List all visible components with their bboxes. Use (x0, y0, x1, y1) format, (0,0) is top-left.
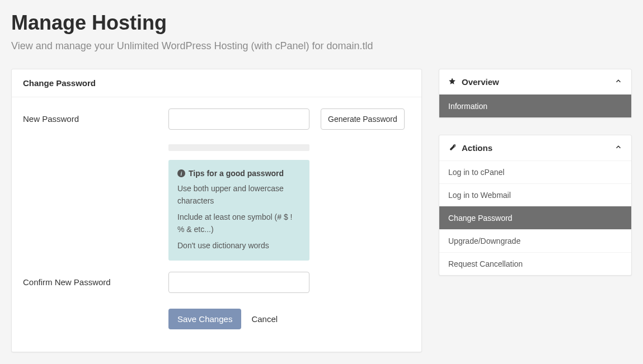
tip-line: Include at least one symbol (# $ ! % & e… (177, 211, 301, 236)
page-subtitle: View and manage your Unlimited WordPress… (11, 40, 632, 52)
star-icon (448, 77, 456, 87)
generate-password-button[interactable]: Generate Password (321, 108, 405, 130)
sidebar-item-request-cancellation[interactable]: Request Cancellation (439, 252, 631, 275)
sidebar-item-change-password[interactable]: Change Password (439, 206, 631, 229)
overview-title: Overview (462, 77, 499, 87)
cancel-button[interactable]: Cancel (251, 314, 278, 324)
sidebar-item-upgrade[interactable]: Upgrade/Downgrade (439, 229, 631, 252)
tip-line: Use both upper and lowercase characters (177, 182, 301, 207)
new-password-label: New Password (23, 108, 157, 124)
sidebar-item-information[interactable]: Information (439, 94, 631, 117)
new-password-input[interactable] (168, 108, 309, 130)
info-icon: i (177, 169, 185, 177)
wrench-icon (448, 143, 456, 153)
confirm-password-label: Confirm New Password (23, 272, 157, 287)
actions-panel: Actions Log in to cPanel Log in to Webma… (439, 135, 632, 276)
confirm-password-input[interactable] (168, 272, 309, 293)
password-strength-meter (168, 144, 309, 151)
chevron-up-icon (614, 143, 622, 153)
actions-header[interactable]: Actions (439, 135, 631, 160)
password-tips-box: i Tips for a good password Use both uppe… (168, 160, 309, 261)
sidebar-item-cpanel[interactable]: Log in to cPanel (439, 160, 631, 183)
overview-panel: Overview Information (439, 69, 632, 118)
overview-header[interactable]: Overview (439, 69, 631, 94)
sidebar-item-webmail[interactable]: Log in to Webmail (439, 183, 631, 206)
tip-line: Don't use dictionary words (177, 239, 301, 252)
change-password-panel: Change Password New Password Generate Pa… (11, 69, 422, 352)
actions-title: Actions (462, 143, 492, 153)
chevron-up-icon (614, 77, 622, 87)
panel-title: Change Password (12, 69, 421, 97)
save-button[interactable]: Save Changes (168, 309, 241, 329)
page-title: Manage Hosting (11, 11, 632, 35)
tips-heading: Tips for a good password (189, 169, 284, 178)
